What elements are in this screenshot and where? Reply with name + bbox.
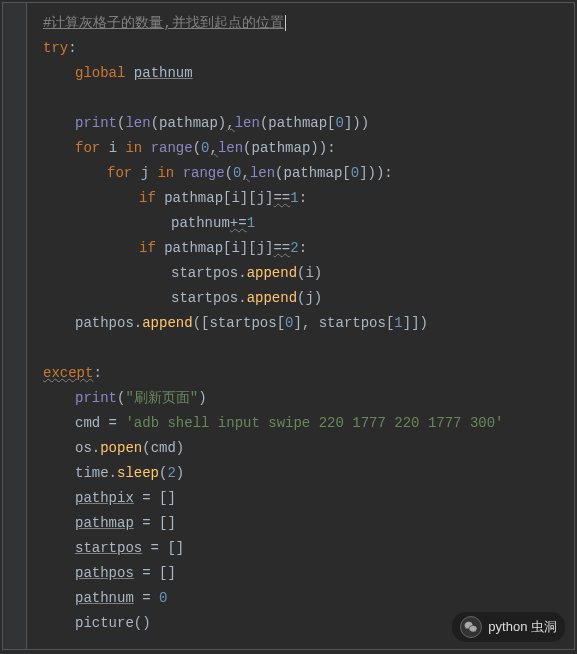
code-line: pathnum+=1 — [3, 211, 574, 236]
code-line: try: — [3, 36, 574, 61]
code-line: except: — [3, 361, 574, 386]
code-line: startpos.append(j) — [3, 286, 574, 311]
gutter — [3, 3, 27, 649]
code-line: pathnum = 0 — [3, 586, 574, 611]
code-line: for j in range(0,len(pathmap[0])): — [3, 161, 574, 186]
code-line: pathpos.append([startpos[0], startpos[1]… — [3, 311, 574, 336]
code-line: startpos.append(i) — [3, 261, 574, 286]
code-line: cmd = 'adb shell input swipe 220 1777 22… — [3, 411, 574, 436]
code-line: #计算灰格子的数量,并找到起点的位置 — [3, 11, 574, 36]
code-line: global pathnum — [3, 61, 574, 86]
watermark-text: python 虫洞 — [488, 618, 557, 636]
code-line: print(len(pathmap),len(pathmap[0])) — [3, 111, 574, 136]
code-line — [3, 86, 574, 111]
code-line: if pathmap[i][j]==1: — [3, 186, 574, 211]
code-line: pathpos = [] — [3, 561, 574, 586]
text-cursor — [285, 15, 286, 31]
code-line — [3, 336, 574, 361]
comment-text: #计算灰格子的数量,并找到起点的位置 — [43, 15, 284, 31]
code-line: pathpix = [] — [3, 486, 574, 511]
code-line: startpos = [] — [3, 536, 574, 561]
code-line: pathmap = [] — [3, 511, 574, 536]
code-editor[interactable]: #计算灰格子的数量,并找到起点的位置 try: global pathnum p… — [2, 2, 575, 650]
code-line: time.sleep(2) — [3, 461, 574, 486]
code-line: os.popen(cmd) — [3, 436, 574, 461]
code-line: print("刷新页面") — [3, 386, 574, 411]
wechat-icon — [460, 616, 482, 638]
watermark: python 虫洞 — [452, 612, 565, 642]
code-line: for i in range(0,len(pathmap)): — [3, 136, 574, 161]
code-line: if pathmap[i][j]==2: — [3, 236, 574, 261]
